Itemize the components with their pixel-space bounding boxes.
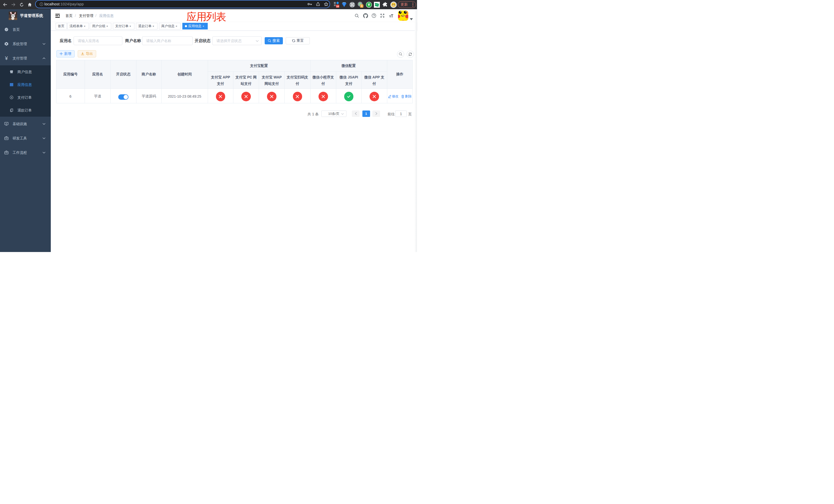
svg-text:¥: ¥ [11,96,12,99]
svg-text:1: 1 [361,5,363,7]
svg-text:10: 10 [336,5,339,8]
